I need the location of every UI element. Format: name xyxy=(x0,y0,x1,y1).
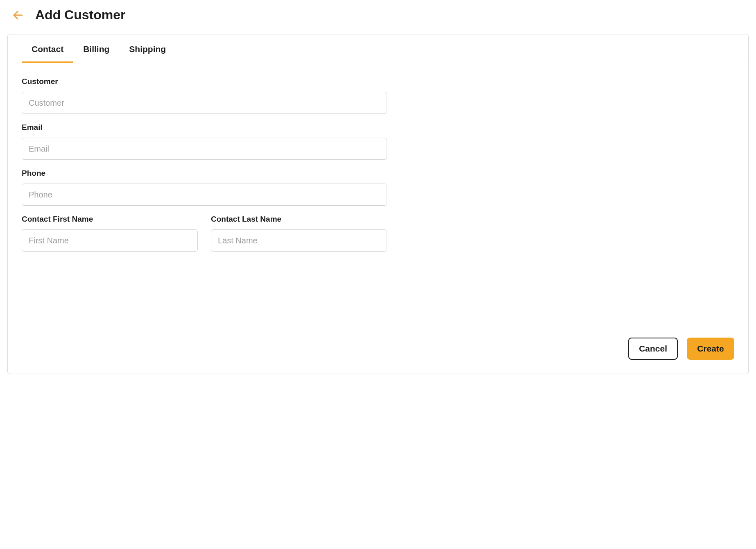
field-phone: Phone xyxy=(22,169,387,206)
last-name-input[interactable] xyxy=(211,229,387,252)
arrow-left-icon xyxy=(12,9,24,21)
page-header: Add Customer xyxy=(7,7,749,23)
customer-input[interactable] xyxy=(22,92,387,114)
form-card: Contact Billing Shipping Customer Email … xyxy=(7,34,749,374)
form-body: Customer Email Phone Contact First Name … xyxy=(8,63,401,328)
first-name-label: Contact First Name xyxy=(22,215,198,224)
tabs: Contact Billing Shipping xyxy=(8,34,748,63)
phone-input[interactable] xyxy=(22,184,387,206)
name-row: Contact First Name Contact Last Name xyxy=(22,215,387,261)
email-label: Email xyxy=(22,123,387,132)
create-button[interactable]: Create xyxy=(687,338,734,360)
cancel-button[interactable]: Cancel xyxy=(628,338,678,360)
field-email: Email xyxy=(22,123,387,160)
field-last-name: Contact Last Name xyxy=(211,215,387,252)
last-name-label: Contact Last Name xyxy=(211,215,387,224)
phone-label: Phone xyxy=(22,169,387,178)
email-input[interactable] xyxy=(22,138,387,160)
form-footer: Cancel Create xyxy=(8,328,748,374)
tab-billing[interactable]: Billing xyxy=(73,34,119,63)
page-title: Add Customer xyxy=(35,7,125,23)
tab-shipping[interactable]: Shipping xyxy=(119,34,176,63)
customer-label: Customer xyxy=(22,77,387,86)
tab-contact[interactable]: Contact xyxy=(22,34,73,63)
first-name-input[interactable] xyxy=(22,229,198,252)
back-button[interactable] xyxy=(11,8,25,23)
field-first-name: Contact First Name xyxy=(22,215,198,252)
field-customer: Customer xyxy=(22,77,387,114)
